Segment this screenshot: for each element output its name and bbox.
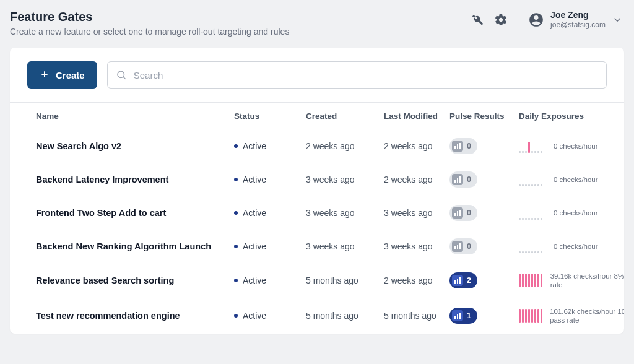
pulse-count: 0	[467, 209, 471, 217]
svg-rect-17	[457, 279, 458, 284]
svg-rect-18	[459, 277, 461, 284]
cell-status: Active	[234, 311, 306, 321]
col-last-modified: Last Modified	[384, 111, 449, 121]
exposure-text: 101.62k checks/hour 10% pass rate	[550, 307, 624, 325]
status-dot-icon	[234, 144, 238, 148]
bar-chart-icon	[452, 207, 463, 219]
pulse-count: 0	[467, 142, 471, 150]
create-button-label: Create	[56, 70, 85, 80]
cell-modified: 5 months ago	[384, 311, 449, 321]
table-body: New Search Algo v2Active2 weeks ago2 wee…	[10, 129, 624, 334]
status-label: Active	[243, 141, 266, 151]
page-header: Feature Gates Create a new feature or se…	[0, 0, 634, 48]
tools-icon[interactable]	[471, 13, 484, 27]
cell-modified: 3 weeks ago	[384, 241, 449, 251]
svg-rect-11	[457, 211, 458, 216]
status-dot-icon	[234, 279, 238, 282]
cell-status: Active	[234, 141, 306, 151]
cell-name: Frontend Two Step Add to cart	[36, 208, 234, 218]
cell-pulse: 0	[449, 238, 519, 254]
cell-exposure: 0 checks/hour	[519, 138, 624, 154]
pulse-count: 0	[467, 175, 471, 184]
cell-created: 3 weeks ago	[306, 208, 384, 218]
status-dot-icon	[234, 178, 238, 181]
col-pulse-results: Pulse Results	[449, 111, 519, 121]
status-dot-icon	[234, 314, 238, 318]
bar-chart-icon	[452, 310, 463, 321]
svg-rect-19	[454, 316, 456, 319]
col-name: Name	[36, 111, 234, 121]
status-label: Active	[243, 175, 266, 184]
cell-pulse: 1	[449, 308, 519, 324]
pulse-badge[interactable]: 0	[449, 138, 477, 154]
create-button[interactable]: Create	[27, 61, 97, 89]
status-dot-icon	[234, 211, 238, 215]
status-label: Active	[243, 275, 266, 285]
table-row[interactable]: Backend New Ranking Algorithm LaunchActi…	[10, 230, 624, 263]
pulse-count: 0	[467, 242, 471, 251]
svg-rect-5	[457, 144, 458, 149]
header-left: Feature Gates Create a new feature or se…	[10, 10, 289, 37]
cell-name: Test new recommendation engine	[36, 311, 234, 321]
cell-pulse: 0	[449, 138, 519, 154]
gear-icon[interactable]	[494, 13, 508, 27]
sparkline-icon	[519, 138, 546, 154]
sparkline-icon	[519, 272, 543, 288]
status-label: Active	[243, 208, 266, 218]
header-right: Joe Zeng joe@statsig.com	[471, 10, 623, 29]
plus-icon	[40, 69, 50, 81]
pulse-badge[interactable]: 1	[449, 308, 477, 324]
cell-modified: 3 weeks ago	[384, 208, 449, 218]
cell-status: Active	[234, 208, 306, 218]
pulse-badge[interactable]: 0	[449, 205, 477, 221]
bar-chart-icon	[452, 141, 463, 152]
main-card: Create Name Status Created Last Modified…	[10, 48, 624, 334]
col-status: Status	[234, 111, 306, 121]
svg-rect-9	[459, 176, 461, 183]
table-row[interactable]: New Search Algo v2Active2 weeks ago2 wee…	[10, 129, 624, 163]
svg-rect-13	[454, 246, 456, 249]
table-row[interactable]: Test new recommendation engineActive5 mo…	[10, 298, 624, 334]
avatar-icon	[528, 12, 544, 28]
sparkline-icon	[519, 238, 546, 254]
exposure-text: 0 checks/hour	[554, 142, 598, 150]
table-row[interactable]: Frontend Two Step Add to cartActive3 wee…	[10, 196, 624, 230]
exposure-text: 0 checks/hour	[554, 242, 598, 251]
col-daily-exposures: Daily Exposures	[519, 111, 624, 121]
pulse-badge[interactable]: 0	[449, 171, 477, 188]
cell-created: 5 months ago	[306, 311, 384, 321]
sparkline-icon	[519, 205, 546, 221]
page-title: Feature Gates	[10, 10, 289, 24]
cell-modified: 2 weeks ago	[384, 275, 449, 285]
cell-modified: 2 weeks ago	[384, 141, 449, 151]
cell-exposure: 0 checks/hour	[519, 171, 624, 188]
svg-rect-4	[454, 146, 456, 149]
cell-name: New Search Algo v2	[36, 141, 234, 151]
cell-exposure: 0 checks/hour	[519, 205, 624, 221]
sparkline-icon	[519, 171, 546, 188]
chevron-down-icon	[612, 14, 623, 25]
cell-pulse: 0	[449, 171, 519, 188]
table-row[interactable]: Relevance based Search sortingActive5 mo…	[10, 263, 624, 298]
pulse-badge[interactable]: 0	[449, 238, 477, 254]
exposure-text: 39.16k checks/hour 8% pass rate	[550, 272, 624, 290]
svg-rect-7	[454, 180, 456, 183]
svg-rect-21	[459, 313, 461, 319]
toolbar: Create	[10, 48, 624, 103]
col-created: Created	[306, 111, 384, 121]
cell-name: Backend Latency Improvement	[36, 175, 234, 184]
cell-pulse: 0	[449, 205, 519, 221]
svg-rect-20	[457, 314, 458, 319]
cell-name: Relevance based Search sorting	[36, 275, 234, 285]
user-name: Joe Zeng	[550, 10, 606, 20]
cell-pulse: 2	[449, 272, 519, 288]
status-dot-icon	[234, 245, 238, 248]
cell-modified: 2 weeks ago	[384, 175, 449, 184]
search-input[interactable]	[107, 61, 607, 89]
table-header: Name Status Created Last Modified Pulse …	[10, 103, 624, 129]
bar-chart-icon	[452, 241, 463, 252]
cell-exposure: 101.62k checks/hour 10% pass rate	[519, 307, 624, 325]
user-menu[interactable]: Joe Zeng joe@statsig.com	[528, 10, 623, 29]
table-row[interactable]: Backend Latency ImprovementActive3 weeks…	[10, 163, 624, 196]
pulse-badge[interactable]: 2	[449, 272, 477, 288]
